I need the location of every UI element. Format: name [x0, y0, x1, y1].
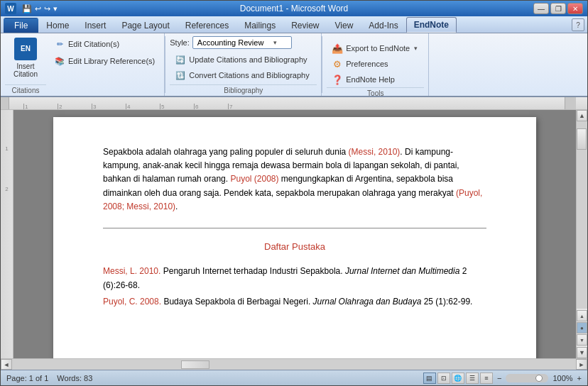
tab-view[interactable]: View — [327, 18, 361, 33]
preferences-button[interactable]: ⚙ Preferences — [327, 56, 393, 72]
insert-citation-icon: EN — [14, 38, 37, 60]
edit-library-icon: 📚 — [54, 55, 65, 67]
zoom-slider-thumb[interactable] — [535, 375, 543, 382]
tab-mailings[interactable]: Mailings — [236, 18, 283, 33]
edit-library-button[interactable]: 📚 Edit Library Reference(s) — [49, 53, 160, 69]
save-quick-btn[interactable]: 💾 — [22, 4, 32, 13]
ruler-mark-6: 6 — [194, 104, 228, 109]
select-browse-button[interactable]: ● — [577, 322, 587, 333]
tab-review[interactable]: Review — [283, 18, 327, 33]
app-window: W 💾 ↩ ↪ ▾ Document1 - Microsoft Word — ❐… — [0, 0, 588, 386]
preferences-icon: ⚙ — [332, 58, 343, 70]
ruler-mark-3: 3 — [92, 104, 126, 109]
ruler-mark-5: 5 — [160, 104, 194, 109]
window-controls: — ❐ ✕ — [533, 3, 583, 14]
page-down-button[interactable]: ▼ — [577, 334, 587, 346]
word-count: Words: 83 — [57, 374, 92, 382]
reference-item-1: Messi, L. 2010. Pengaruh Internet terhad… — [103, 265, 486, 292]
zoom-in-button[interactable]: + — [577, 374, 582, 382]
status-bar: Page: 1 of 1 Words: 83 ▤ ⊡ 🌐 ☰ ≡ − 100% … — [1, 370, 587, 385]
export-icon: 📤 — [332, 43, 343, 54]
tab-file[interactable]: File — [4, 18, 38, 33]
status-right: ▤ ⊡ 🌐 ☰ ≡ − 100% + — [423, 373, 582, 384]
ruler-mark-1: 1 — [23, 104, 58, 109]
style-label: Style: — [170, 38, 190, 47]
convert-bib-icon: 🔃 — [175, 70, 186, 81]
vertical-scrollbar[interactable]: ▲ ▲ ● ▼ ▼ — [576, 110, 587, 358]
word-icon: W — [5, 3, 16, 14]
window-title: Document1 - Microsoft Word — [240, 4, 349, 13]
minimize-button[interactable]: — — [533, 3, 549, 14]
scroll-right-button[interactable]: ► — [576, 359, 587, 370]
page-area[interactable]: Sepakbola adalah olahraga yang paling po… — [13, 110, 576, 358]
tab-page-layout[interactable]: Page Layout — [114, 18, 177, 33]
status-left: Page: 1 of 1 Words: 83 — [6, 374, 92, 382]
style-dropdown[interactable]: Accounting Review ▾ — [192, 36, 292, 49]
scroll-track[interactable] — [577, 121, 587, 309]
edit-citation-icon: ✏ — [54, 38, 65, 50]
dropdown-arrow-icon: ▾ — [273, 39, 277, 46]
zoom-slider[interactable] — [506, 374, 548, 382]
tab-home[interactable]: Home — [38, 18, 77, 33]
scroll-up-button[interactable]: ▲ — [577, 110, 587, 121]
left-ruler: 1 2 — [1, 110, 13, 358]
undo-quick-btn[interactable]: ↩ — [35, 4, 41, 13]
web-layout-view-button[interactable]: 🌐 — [452, 373, 464, 384]
h-scroll-thumb[interactable] — [181, 360, 209, 369]
main-area: 1 2 Sepakbola adalah olahraga yang palin… — [1, 110, 587, 358]
tab-endnote[interactable]: EndNote — [406, 17, 457, 33]
export-dropdown-arrow-icon: ▾ — [414, 45, 418, 52]
page-indicator: Page: 1 of 1 — [6, 374, 48, 382]
body-paragraph[interactable]: Sepakbola adalah olahraga yang paling po… — [103, 145, 486, 214]
tab-references[interactable]: References — [178, 18, 236, 33]
print-layout-view-button[interactable]: ▤ — [423, 373, 436, 384]
horizontal-scrollbar[interactable]: ◄ ► — [1, 358, 587, 370]
ribbon-bibliography-section: Style: Accounting Review ▾ 🔄 Update Cita… — [165, 33, 322, 96]
ruler-mark-7: 7 — [228, 104, 262, 109]
update-bib-icon: 🔄 — [175, 54, 186, 65]
view-buttons: ▤ ⊡ 🌐 ☰ ≡ — [423, 373, 493, 384]
title-bar-left: W 💾 ↩ ↪ ▾ — [5, 3, 58, 14]
title-bar: W 💾 ↩ ↪ ▾ Document1 - Microsoft Word — ❐… — [1, 1, 587, 16]
outline-view-button[interactable]: ☰ — [466, 373, 479, 384]
zoom-level: 100% — [552, 374, 572, 382]
citations-section-label: Citations — [5, 84, 46, 96]
ribbon-citations-section: EN Insert Citation Citations ✏ Edit Cita… — [1, 33, 165, 96]
close-button[interactable]: ✕ — [567, 3, 583, 14]
scroll-left-button[interactable]: ◄ — [1, 359, 12, 370]
scroll-down-button[interactable]: ▼ — [577, 347, 587, 358]
horizontal-ruler: 1 2 3 4 5 6 7 — [1, 97, 587, 110]
ruler-mark-4: 4 — [126, 104, 160, 109]
help-icon: ❓ — [332, 74, 343, 85]
customize-quick-btn[interactable]: ▾ — [53, 4, 58, 13]
style-row: Style: Accounting Review ▾ — [170, 36, 292, 49]
ribbon-tabs: File Home Insert Page Layout References … — [1, 16, 587, 33]
edit-citation-button[interactable]: ✏ Edit Citation(s) — [49, 36, 160, 52]
endnote-help-button[interactable]: ❓ EndNote Help — [327, 72, 400, 87]
scroll-h-track[interactable] — [12, 359, 576, 370]
reference-item-2: Puyol, C. 2008. Budaya Sepakbola di Berb… — [103, 295, 486, 309]
zoom-out-button[interactable]: − — [497, 374, 501, 382]
draft-view-button[interactable]: ≡ — [480, 373, 493, 384]
ribbon-content: EN Insert Citation Citations ✏ Edit Cita… — [1, 33, 587, 97]
page-separator — [103, 228, 486, 228]
page-up-button[interactable]: ▲ — [577, 310, 587, 321]
full-screen-view-button[interactable]: ⊡ — [437, 373, 450, 384]
update-bibliography-button[interactable]: 🔄 Update Citations and Bibliography — [170, 52, 312, 67]
bibliography-section-label: Bibliography — [170, 84, 317, 96]
restore-button[interactable]: ❐ — [550, 3, 566, 14]
convert-bibliography-button[interactable]: 🔃 Convert Citations and Bibliography — [170, 67, 314, 83]
tab-addins[interactable]: Add-Ins — [361, 18, 405, 33]
export-endnote-button[interactable]: 📤 Export to EndNote ▾ — [327, 40, 423, 56]
help-button[interactable]: ? — [572, 18, 584, 31]
redo-quick-btn[interactable]: ↪ — [44, 4, 50, 13]
scroll-thumb[interactable] — [577, 128, 587, 150]
ribbon-tools-section: 📤 Export to EndNote ▾ ⚙ Preferences ❓ En… — [322, 33, 429, 96]
daftar-pustaka-heading: Daftar Pustaka — [103, 240, 486, 254]
document-page[interactable]: Sepakbola adalah olahraga yang paling po… — [53, 117, 536, 358]
tab-insert[interactable]: Insert — [77, 18, 114, 33]
insert-citation-button[interactable]: EN Insert Citation — [5, 36, 46, 79]
ruler-mark-2: 2 — [58, 104, 92, 109]
